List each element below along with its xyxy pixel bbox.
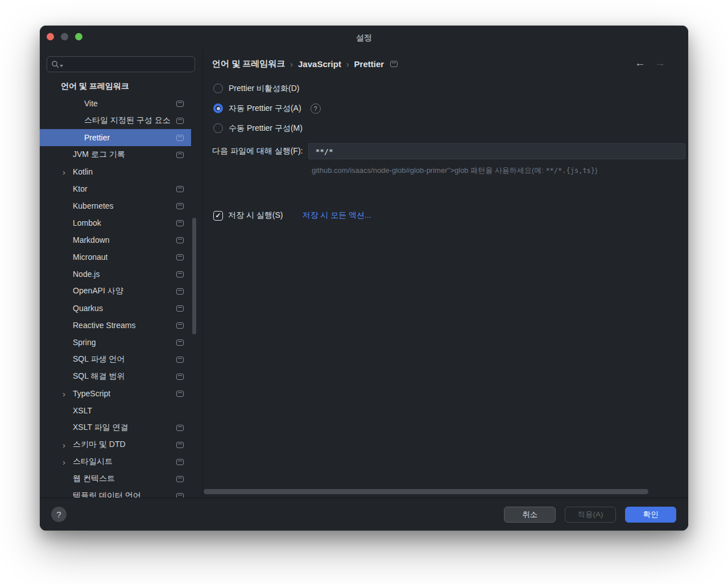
sidebar-tree-item[interactable]: › TypeScript [40, 385, 191, 402]
radio-option[interactable]: 수동 Prettier 구성(M) [213, 118, 321, 138]
ide-settings-badge-icon [176, 425, 184, 431]
radio-icon[interactable] [213, 84, 223, 93]
sidebar-tree-item[interactable]: › 스타일 지정된 구성 요소 [40, 112, 191, 129]
tree-item-label: Kubernetes [73, 201, 114, 210]
tree-item-label: Spring [73, 338, 96, 347]
chevron-right-icon[interactable]: › [63, 458, 73, 466]
search-icon[interactable] [51, 60, 63, 68]
ok-button[interactable]: 확인 [625, 507, 676, 523]
all-actions-on-save-link[interactable]: 저장 시 모든 액션... [302, 210, 371, 221]
glob-pattern-input[interactable] [308, 143, 685, 159]
hint-text-prefix: github.com/isaacs/node-glob#glob-primer'… [312, 166, 545, 175]
tree-item-label: 스키마 및 DTD [73, 440, 126, 450]
ide-settings-badge-icon [176, 254, 184, 260]
sidebar-tree-item[interactable]: › 템플릿 데이터 언어 [40, 487, 191, 498]
ide-settings-badge-icon [176, 476, 184, 482]
tree-item-label: XSLT [73, 406, 92, 415]
sidebar-tree-item[interactable]: › Spring [40, 334, 191, 351]
help-circle-icon[interactable]: ? [311, 103, 321, 114]
breadcrumb-languages-frameworks[interactable]: 언어 및 프레임워크 [212, 59, 285, 69]
radio-label: 자동 Prettier 구성(A) [229, 103, 301, 114]
ide-settings-badge-icon [390, 61, 398, 67]
settings-search-input[interactable] [66, 60, 191, 69]
tree-item-label: JVM 로그 기록 [73, 150, 125, 160]
content-horizontal-scrollbar-thumb[interactable] [204, 489, 648, 494]
sidebar-tree-item[interactable]: › XSLT [40, 402, 191, 419]
question-mark-icon: ? [56, 510, 61, 519]
sidebar-tree-item[interactable]: › 언어 및 프레임워크 [40, 78, 191, 95]
sidebar-tree-item[interactable]: › Markdown [40, 231, 191, 248]
back-button[interactable]: ← [635, 57, 646, 69]
sidebar-tree-item[interactable]: › 스키마 및 DTD [40, 436, 191, 453]
cancel-button[interactable]: 취소 [504, 507, 556, 523]
settings-window: 설정 › 언어 및 프레임워크 › Vite › 스타일 지정된 구성 요소 ›… [40, 26, 688, 531]
sidebar-tree-item[interactable]: › Quarkus [40, 300, 191, 317]
tree-item-label: Kotlin [73, 167, 93, 176]
titlebar[interactable]: 설정 [40, 26, 688, 50]
ide-settings-badge-icon [176, 118, 184, 124]
breadcrumb-separator: › [290, 60, 293, 69]
sidebar-tree-item[interactable]: › SQL 해결 범위 [40, 368, 191, 385]
chevron-right-icon[interactable]: › [63, 168, 73, 176]
ide-settings-badge-icon [176, 339, 184, 346]
chevron-right-icon[interactable]: › [63, 390, 73, 398]
ide-settings-badge-icon [176, 357, 184, 363]
tree-item-label: Reactive Streams [73, 321, 135, 330]
ide-settings-badge-icon [176, 374, 184, 380]
tree-item-label: 스타일 지정된 구성 요소 [84, 115, 171, 126]
help-button[interactable]: ? [51, 507, 67, 522]
tree-item-label: TypeScript [73, 389, 110, 398]
apply-button[interactable]: 적용(A) [565, 507, 616, 523]
ide-settings-badge-icon [176, 101, 184, 107]
sidebar-tree-item[interactable]: › Ktor [40, 180, 191, 197]
settings-content: 언어 및 프레임워크 › JavaScript › Prettier ← → P… [203, 50, 688, 498]
radio-option[interactable]: 자동 Prettier 구성(A) ? [213, 98, 321, 118]
sidebar-tree-item[interactable]: › Node.js [40, 266, 191, 283]
radio-option[interactable]: Prettier 비활성화(D) [213, 78, 321, 98]
radio-label: 수동 Prettier 구성(M) [229, 123, 303, 134]
sidebar-tree-item[interactable]: › Kubernetes [40, 197, 191, 214]
sidebar-tree-item[interactable]: › Micronaut [40, 248, 191, 266]
ide-settings-badge-icon [176, 322, 184, 329]
footer-bar: ? 취소 적용(A) 확인 [40, 498, 688, 531]
tree-item-label: 템플릿 데이터 언어 [73, 491, 141, 498]
breadcrumb-javascript[interactable]: JavaScript [298, 59, 341, 69]
tree-item-label: Vite [84, 99, 98, 108]
tree-item-label: Prettier [84, 133, 110, 142]
sidebar-tree-item[interactable]: › OpenAPI 사양 [40, 283, 191, 300]
ide-settings-badge-icon [176, 220, 184, 226]
prettier-mode-radio-group: Prettier 비활성화(D) 자동 Prettier 구성(A) ? 수동 … [213, 78, 321, 138]
sidebar-tree-item[interactable]: › XSLT 파일 연결 [40, 419, 191, 436]
checkmark-icon: ✓ [215, 212, 221, 219]
ide-settings-badge-icon [176, 203, 184, 209]
tree-item-label: SQL 해결 범위 [73, 371, 125, 382]
run-on-save-checkbox[interactable]: ✓ [213, 211, 223, 221]
radio-icon[interactable] [213, 103, 223, 113]
sidebar-tree-item[interactable]: › 웹 컨텍스트 [40, 470, 191, 487]
radio-icon[interactable] [213, 123, 223, 133]
sidebar-tree-item[interactable]: › Kotlin [40, 163, 191, 180]
hint-code-example: **/*.{js,ts} [545, 167, 595, 175]
sidebar-tree-item[interactable]: › Vite [40, 95, 191, 112]
sidebar-tree-item[interactable]: › JVM 로그 기록 [40, 146, 191, 163]
ide-settings-badge-icon [176, 391, 184, 397]
sidebar-scrollbar-thumb[interactable] [192, 218, 196, 334]
tree-item-label: 언어 및 프레임워크 [61, 81, 129, 92]
settings-search-box[interactable] [47, 56, 195, 72]
forward-button[interactable]: → [655, 57, 665, 69]
tree-item-label: Markdown [73, 235, 110, 245]
tree-item-label: Lombok [73, 218, 101, 227]
ide-settings-badge-icon [176, 442, 184, 448]
ide-settings-badge-icon [176, 493, 184, 498]
breadcrumb: 언어 및 프레임워크 › JavaScript › Prettier [212, 59, 398, 69]
run-for-files-row: 다음 파일에 대해 실행(F): [212, 143, 685, 159]
sidebar-tree-item[interactable]: › Lombok [40, 214, 191, 231]
sidebar-tree-item[interactable]: › Prettier [40, 129, 191, 146]
ide-settings-badge-icon [176, 305, 184, 312]
window-title: 설정 [40, 33, 688, 43]
chevron-right-icon[interactable]: › [63, 441, 73, 449]
sidebar-tree-item[interactable]: › SQL 파생 언어 [40, 351, 191, 368]
sidebar-tree-item[interactable]: › Reactive Streams [40, 317, 191, 334]
run-on-save-row: ✓ 저장 시 실행(S) 저장 시 모든 액션... [213, 208, 371, 223]
sidebar-tree-item[interactable]: › 스타일시트 [40, 453, 191, 470]
